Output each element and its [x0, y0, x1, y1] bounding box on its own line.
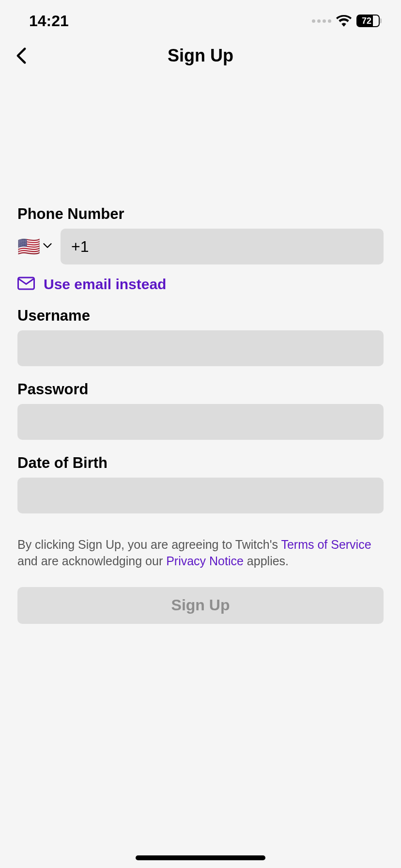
country-selector[interactable]: 🇺🇸: [17, 237, 52, 256]
phone-input[interactable]: [61, 229, 384, 264]
wifi-icon: [336, 15, 352, 27]
signup-form: Phone Number 🇺🇸 Use email instead Userna…: [0, 78, 401, 624]
phone-label: Phone Number: [17, 205, 384, 223]
dob-group: Date of Birth: [17, 454, 384, 513]
use-email-label: Use email instead: [44, 276, 166, 293]
chevron-left-icon: [16, 47, 27, 64]
battery-percent: 72: [362, 16, 371, 26]
password-label: Password: [17, 381, 384, 398]
legal-prefix: By clicking Sign Up, you are agreeing to…: [17, 538, 281, 551]
username-group: Username: [17, 307, 384, 366]
legal-middle: and are acknowledging our: [17, 554, 166, 568]
password-input[interactable]: [17, 404, 384, 440]
legal-suffix: applies.: [244, 554, 289, 568]
nav-bar: Sign Up: [0, 34, 401, 78]
phone-group: Phone Number 🇺🇸 Use email instead: [17, 205, 384, 293]
battery-icon: 72: [356, 15, 382, 27]
legal-text: By clicking Sign Up, you are agreeing to…: [17, 537, 384, 570]
terms-of-service-link[interactable]: Terms of Service: [281, 538, 371, 551]
dob-input[interactable]: [17, 478, 384, 513]
page-title: Sign Up: [12, 46, 389, 66]
status-right: 72: [312, 15, 382, 27]
use-email-link[interactable]: Use email instead: [17, 276, 384, 293]
cellular-icon: [312, 19, 331, 23]
password-group: Password: [17, 381, 384, 440]
chevron-down-icon: [43, 241, 52, 252]
home-indicator: [136, 855, 265, 860]
privacy-notice-link[interactable]: Privacy Notice: [166, 554, 244, 568]
back-button[interactable]: [12, 46, 31, 65]
signup-button[interactable]: Sign Up: [17, 587, 384, 624]
status-bar: 14:21 72: [0, 0, 401, 34]
dob-label: Date of Birth: [17, 454, 384, 472]
flag-icon: 🇺🇸: [17, 237, 40, 256]
username-input[interactable]: [17, 330, 384, 366]
status-time: 14:21: [29, 12, 69, 30]
username-label: Username: [17, 307, 384, 325]
mail-icon: [17, 276, 35, 293]
